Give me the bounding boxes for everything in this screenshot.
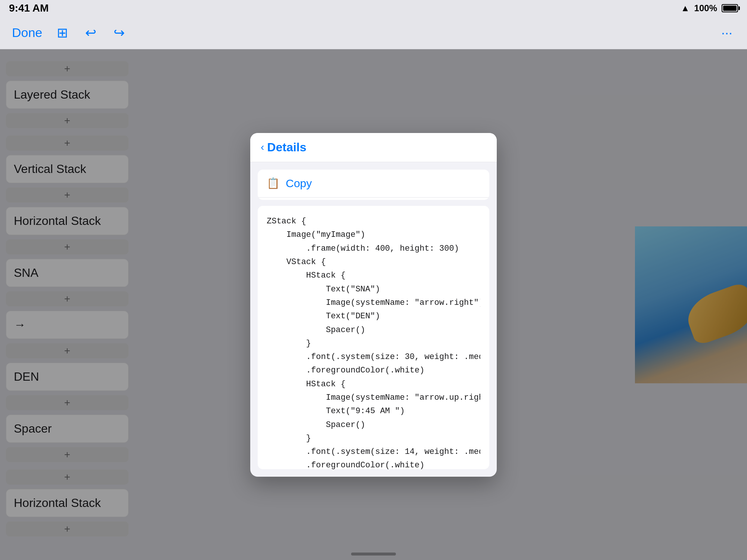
code-section[interactable]: ZStack { Image("myImage") .frame(width: … bbox=[258, 206, 489, 469]
sidebar-toggle-icon[interactable]: ⊞ bbox=[54, 25, 71, 41]
undo-icon[interactable]: ↩ bbox=[83, 25, 99, 41]
modal-title[interactable]: Details bbox=[267, 140, 306, 154]
modal-actions: 📋 Copy ⬆️ Share bbox=[258, 170, 489, 200]
canvas-area: + Layered Stack + + Vertical Stack + Hor… bbox=[0, 49, 747, 560]
code-block: ZStack { Image("myImage") .frame(width: … bbox=[267, 215, 480, 469]
back-chevron-icon[interactable]: ‹ bbox=[261, 141, 264, 153]
status-bar: 9:41 AM ▲ 100% bbox=[0, 0, 747, 16]
status-time: 9:41 AM bbox=[9, 2, 49, 14]
share-action[interactable]: ⬆️ Share bbox=[258, 198, 489, 200]
done-button[interactable]: Done bbox=[12, 25, 42, 40]
wifi-icon: ▲ bbox=[681, 3, 690, 13]
more-options-icon[interactable]: ··· bbox=[719, 25, 735, 41]
copy-action[interactable]: 📋 Copy bbox=[258, 170, 489, 198]
battery-icon bbox=[722, 4, 738, 12]
modal-dialog: ‹ Details 📋 Copy ⬆️ Share ZStack { Image… bbox=[250, 133, 497, 477]
modal-header: ‹ Details bbox=[250, 133, 497, 162]
toolbar: Done ⊞ ↩ ↪ ··· bbox=[0, 16, 747, 49]
status-right: ▲ 100% bbox=[681, 3, 738, 13]
modal-overlay: ‹ Details 📋 Copy ⬆️ Share ZStack { Image… bbox=[0, 49, 747, 560]
copy-label: Copy bbox=[286, 177, 312, 190]
battery-fill bbox=[723, 6, 737, 11]
copy-icon: 📋 bbox=[267, 177, 280, 189]
redo-icon[interactable]: ↪ bbox=[111, 25, 127, 41]
battery-percent: 100% bbox=[694, 3, 717, 13]
